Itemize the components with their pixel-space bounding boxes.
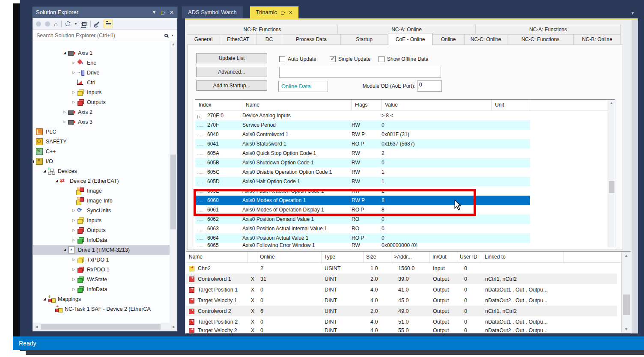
coe-row[interactable]: 6063 Axis0 Position Actual Internal Valu…: [195, 224, 530, 233]
dropdown-caret-icon[interactable]: ▼: [74, 22, 77, 25]
scrollbar-thumb[interactable]: [623, 295, 630, 315]
tree-item[interactable]: InfoData: [33, 235, 170, 245]
tree-item[interactable]: Inputs: [33, 87, 170, 97]
checkbox-box[interactable]: [379, 56, 385, 62]
tree-expander-icon[interactable]: [42, 297, 48, 301]
coe-row[interactable]: 270E:0 Device Analog Inputs > 8 <: [195, 111, 530, 120]
watch-vertical-scrollbar[interactable]: ▲ ▼: [621, 252, 631, 333]
coe-row[interactable]: 6062 Axis0 Position Demand Value 1 RO 0: [195, 214, 530, 224]
coe-row[interactable]: 605D Axis0 Halt Option Code 1 RW 1: [195, 177, 530, 186]
properties-wrench-icon[interactable]: [95, 21, 100, 26]
row-expander-icon[interactable]: [197, 162, 203, 164]
coe-row[interactable]: 605E Axis0 Fault Reaction Option Code 1 …: [195, 186, 530, 196]
tree-expander-icon[interactable]: [71, 208, 77, 212]
coe-filter-input[interactable]: [279, 67, 441, 78]
watch-column-header[interactable]: In/Out: [430, 252, 457, 262]
home-icon[interactable]: ⌂: [54, 21, 57, 27]
tree-item[interactable]: Device 2 (EtherCAT): [33, 176, 170, 186]
pending-changes-icon[interactable]: [66, 21, 70, 26]
row-expander-icon[interactable]: [197, 244, 203, 247]
coe-row[interactable]: 605C Axis0 Disable Operation Option Code…: [195, 167, 530, 177]
scroll-up-icon[interactable]: ▲: [622, 252, 631, 259]
tree-expander-icon[interactable]: [71, 61, 77, 65]
tree-item[interactable]: Outputs: [33, 97, 170, 107]
row-expander-icon[interactable]: [197, 134, 203, 136]
watch-row[interactable]: Target Position 1 X 0 DINT 4.0 41.0 Outp…: [186, 284, 617, 295]
tree-expander-icon[interactable]: [62, 248, 68, 252]
scroll-left-icon[interactable]: ◀: [33, 325, 40, 329]
checkbox-box[interactable]: [279, 56, 285, 62]
coe-row[interactable]: 6060 Axis0 Modes of Operation 1 RW P 8: [195, 196, 530, 205]
tree-expander-icon[interactable]: [71, 100, 77, 104]
watch-column-header[interactable]: Linked to: [482, 252, 564, 262]
inner-tab[interactable]: General: [187, 34, 220, 45]
preview-selected-items-icon[interactable]: [82, 22, 86, 26]
tree-item[interactable]: Drive: [33, 68, 170, 77]
tree-item[interactable]: PLC: [33, 127, 170, 137]
scroll-up-icon[interactable]: ▲: [170, 41, 177, 48]
watch-column-header[interactable]: [248, 252, 257, 262]
watch-column-header[interactable]: Type: [322, 252, 364, 262]
coe-column-header[interactable]: Unit: [492, 100, 530, 110]
watch-row[interactable]: Target Position 2 X 0 DINT 4.0 51.0 Outp…: [186, 316, 617, 327]
tree-expander-icon[interactable]: [62, 110, 68, 114]
close-icon[interactable]: ✕: [170, 7, 174, 18]
document-scroll-gutter[interactable]: [632, 20, 638, 333]
tab-pin-icon[interactable]: [280, 10, 285, 15]
scrollbar-thumb[interactable]: [41, 324, 161, 330]
row-expander-icon[interactable]: [197, 181, 203, 183]
scrollbar-thumb[interactable]: [609, 181, 614, 193]
row-expander-icon[interactable]: [197, 143, 203, 146]
forward-icon[interactable]: [45, 21, 50, 27]
window-position-icon[interactable]: ▼: [152, 7, 156, 18]
tree-expander-icon[interactable]: [71, 238, 77, 242]
row-expander-icon[interactable]: [197, 152, 203, 155]
coe-column-header[interactable]: Value: [382, 100, 492, 110]
watch-row[interactable]: Controlword 2 X 6 UINT 2.0 49.0 Output 0…: [186, 306, 617, 316]
tree-expander-icon[interactable]: [71, 90, 77, 94]
tree-item[interactable]: Axis 1: [33, 48, 170, 58]
tree-item[interactable]: SyncUnits: [33, 205, 170, 215]
tree-item[interactable]: Devices: [33, 166, 170, 176]
watch-column-header[interactable]: Size: [364, 252, 391, 262]
add-to-startup-button[interactable]: Add to Startup...: [196, 80, 267, 91]
watch-row[interactable]: Target Velocity 2 X 0 DINT 4.0 55.0 Outp…: [186, 327, 617, 333]
tree-expander-icon[interactable]: [71, 277, 77, 281]
coe-column-header[interactable]: Flags: [352, 100, 382, 110]
inner-tab[interactable]: EtherCAT: [220, 34, 256, 45]
inner-tab[interactable]: CoE - Online: [388, 33, 432, 45]
tree-expander-icon[interactable]: [71, 258, 77, 262]
checkbox[interactable]: Show Offline Data: [379, 56, 429, 62]
search-icon[interactable]: [164, 34, 168, 37]
scroll-right-icon[interactable]: ▶: [170, 325, 177, 329]
tree-expander-icon[interactable]: [71, 228, 77, 232]
tree-expander-icon[interactable]: [71, 268, 77, 271]
tree-expander-icon[interactable]: [71, 287, 77, 291]
checkbox-box[interactable]: [330, 56, 336, 62]
coe-row[interactable]: 6064 Axis0 Position Actual Value 1 RO P …: [195, 233, 530, 243]
tree-item[interactable]: Axis 2: [33, 107, 170, 117]
tree-item[interactable]: Outputs: [33, 225, 170, 235]
advanced-button[interactable]: Advanced...: [196, 67, 267, 77]
watch-column-header[interactable]: Online: [257, 252, 322, 262]
tree-item[interactable]: NC-Task 1 SAF - Device 2 (EtherCA: [33, 304, 170, 314]
row-expander-icon[interactable]: [197, 190, 203, 193]
checkbox[interactable]: Single Update: [330, 56, 370, 62]
watch-column-header[interactable]: User ID: [457, 252, 482, 262]
scroll-down-icon[interactable]: ▼: [622, 325, 631, 333]
collapse-all-button[interactable]: [104, 20, 113, 28]
row-expander-icon[interactable]: [197, 171, 203, 174]
tree-item[interactable]: Drive 1 (TMCM-3213): [33, 245, 170, 255]
tree-item[interactable]: RxPDO 1: [33, 265, 170, 274]
watch-row[interactable]: Target Velocity 1 X 0 DINT 4.0 45.0 Outp…: [186, 295, 617, 306]
inner-tab[interactable]: Startup: [341, 34, 388, 45]
tree-expander-icon[interactable]: [62, 120, 68, 124]
row-expander-icon[interactable]: [197, 237, 203, 240]
watch-column-header[interactable]: Name: [186, 252, 248, 262]
tree-item[interactable]: Ctrl: [33, 77, 170, 87]
coe-row[interactable]: 6040 Axis0 Controlword 1 RW P 0x001F (31…: [195, 130, 530, 139]
coe-column-header[interactable]: Index: [195, 100, 242, 110]
tree-item[interactable]: Inputs: [33, 215, 170, 225]
inner-tab[interactable]: Process Data: [282, 34, 341, 45]
tree-item[interactable]: Image-Info: [33, 196, 170, 205]
